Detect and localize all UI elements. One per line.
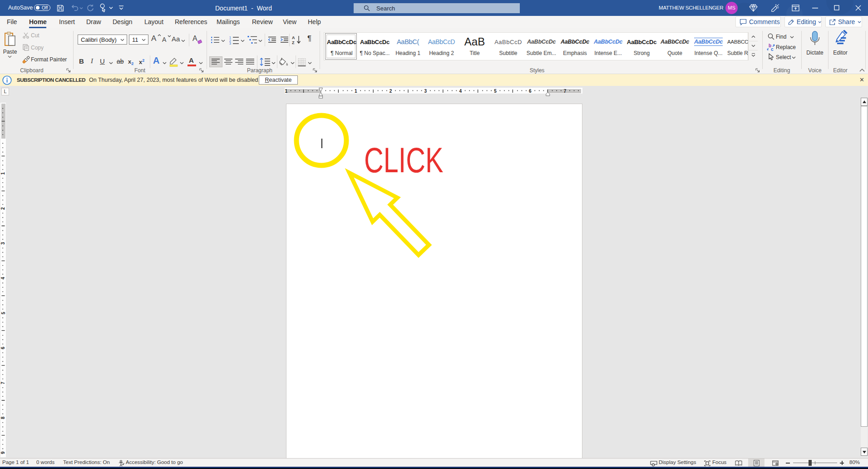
svg-text:3: 3 — [229, 42, 231, 45]
svg-text:6: 6 — [529, 89, 532, 94]
svg-text:A: A — [292, 35, 295, 40]
svg-text:5: 5 — [494, 89, 497, 94]
svg-text:4: 4 — [1, 277, 6, 279]
svg-text:1: 1 — [355, 89, 357, 94]
svg-text:7: 7 — [1, 381, 6, 384]
svg-text:7: 7 — [564, 89, 567, 94]
svg-text:Z: Z — [292, 40, 295, 45]
svg-text:2: 2 — [390, 89, 392, 94]
svg-text:3: 3 — [1, 242, 6, 244]
svg-text:5: 5 — [1, 312, 6, 314]
svg-text:6: 6 — [1, 347, 6, 349]
svg-text:3: 3 — [424, 89, 427, 94]
svg-text:9: 9 — [1, 451, 6, 454]
svg-text:1: 1 — [285, 89, 287, 94]
svg-text:1: 1 — [1, 172, 6, 175]
svg-text:2: 2 — [1, 207, 6, 210]
svg-text:4: 4 — [459, 89, 462, 94]
svg-text:c: c — [771, 47, 774, 51]
svg-text:8: 8 — [1, 416, 6, 419]
